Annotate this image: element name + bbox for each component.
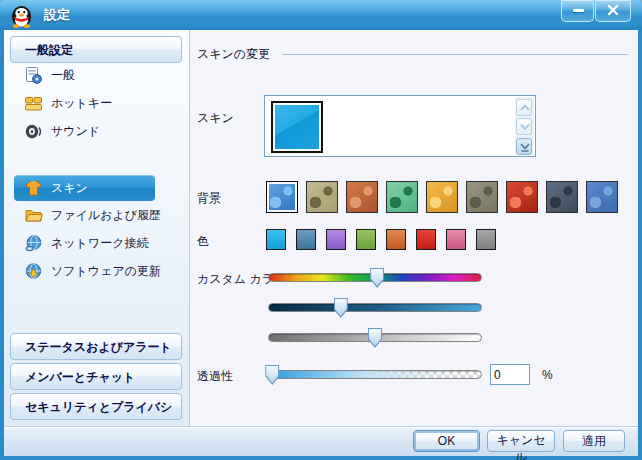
sidebar-item-general[interactable]: 一般 [14,62,182,88]
qq-penguin-icon [9,3,34,28]
sidebar-item-files-history[interactable]: ファイルおよび履歴 [14,202,182,228]
update-icon [24,262,43,281]
color-swatch[interactable] [476,229,496,250]
folder-icon [24,206,43,225]
apply-button[interactable]: 適用 [563,430,625,452]
section-label: メンバーとチャット [25,370,135,384]
scroll-down-button[interactable] [516,118,532,135]
saturation-slider[interactable] [268,298,482,318]
color-swatch[interactable] [326,229,346,250]
sidebar-item-skin[interactable]: スキン [14,175,155,201]
scroll-up-button[interactable] [516,99,532,116]
skin-listbox [264,95,536,157]
background-label: 背景 [197,190,221,207]
transparency-label: 透過性 [197,368,233,385]
saturation-slider-track[interactable] [268,303,482,312]
color-swatch[interactable] [296,229,316,250]
sidebar-item-hotkeys[interactable]: ホットキー [14,90,182,116]
skin-settings-panel: スキンの変更 スキン 背景 [190,30,638,427]
saturation-slider-thumb[interactable] [334,298,348,318]
settings-dialog: 設定 一般設定 一般 [0,0,642,460]
skin-icon [24,179,43,198]
background-thumbnail[interactable] [266,181,298,213]
skin-thumbnail-selected[interactable] [271,101,323,153]
background-thumbnail[interactable] [586,181,618,213]
sidebar-item-label: サウンド [51,123,100,140]
scroll-bottom-button[interactable] [516,138,532,155]
chevron-up-icon [519,103,531,112]
hue-slider[interactable] [268,268,482,288]
dialog-body: 一般設定 一般 ホットキー [4,30,638,456]
color-swatch[interactable] [356,229,376,250]
sidebar: 一般設定 一般 ホットキー [4,30,190,456]
section-divider [282,54,628,55]
background-thumbnail[interactable] [546,181,578,213]
transparency-slider-thumb[interactable] [265,365,279,385]
section-title: スキンの変更 [197,46,270,63]
transparency-value-input[interactable] [490,364,530,385]
window-title: 設定 [44,0,70,29]
color-label: 色 [197,233,209,250]
sidebar-item-label: ネットワーク接続 [51,235,148,252]
sidebar-section-status-alerts[interactable]: ステータスおよびアラート [10,333,182,360]
section-label: ステータスおよびアラート [25,340,172,354]
skin-list-scrollbar[interactable] [515,97,534,155]
sidebar-item-sound[interactable]: サウンド [14,118,182,144]
minimize-icon [573,9,584,12]
cancel-button[interactable]: キャンセル [487,430,555,452]
percent-unit-label: % [542,368,553,382]
skin-label: スキン [197,110,234,127]
sidebar-item-label: ファイルおよび履歴 [51,207,161,224]
title-bar[interactable]: 設定 [0,0,642,30]
sidebar-item-software-update[interactable]: ソフトウェアの更新 [14,258,182,284]
lightness-slider-thumb[interactable] [368,328,382,348]
section-label: 一般設定 [25,43,73,57]
chevron-down-icon [519,122,531,131]
background-thumbnail[interactable] [306,181,338,213]
close-icon [607,4,619,16]
sound-icon [24,122,43,141]
minimize-button[interactable] [561,0,594,22]
background-thumbnail[interactable] [386,181,418,213]
sidebar-item-network[interactable]: ネットワーク接続 [14,230,182,256]
color-swatch[interactable] [446,229,466,250]
sidebar-item-label: スキン [51,180,88,197]
network-icon [24,234,43,253]
background-thumbnail[interactable] [346,181,378,213]
hotkey-icon [24,94,43,113]
sidebar-section-security-privacy[interactable]: セキュリティとプライバシー [10,393,182,420]
ok-button[interactable]: OK [413,430,480,452]
background-thumbnail[interactable] [426,181,458,213]
scroll-bottom-icon [519,142,531,153]
close-button[interactable] [595,0,631,22]
color-swatch[interactable] [386,229,406,250]
dialog-footer: OK キャンセル 適用 [4,426,638,456]
background-thumbnail[interactable] [506,181,538,213]
color-swatch[interactable] [266,229,286,250]
sidebar-item-label: 一般 [51,67,75,84]
sidebar-item-label: ソフトウェアの更新 [51,263,161,280]
transparency-slider-track[interactable] [268,370,482,379]
lightness-slider[interactable] [268,328,482,348]
background-thumbnail[interactable] [466,181,498,213]
color-swatch[interactable] [416,229,436,250]
sidebar-item-label: ホットキー [51,95,112,112]
sidebar-section-members-chat[interactable]: メンバーとチャット [10,363,182,390]
sidebar-section-general-settings[interactable]: 一般設定 [10,36,182,63]
transparency-gradient [269,371,481,378]
transparency-slider[interactable] [268,365,482,385]
hue-slider-thumb[interactable] [370,268,384,288]
general-icon [24,66,43,85]
